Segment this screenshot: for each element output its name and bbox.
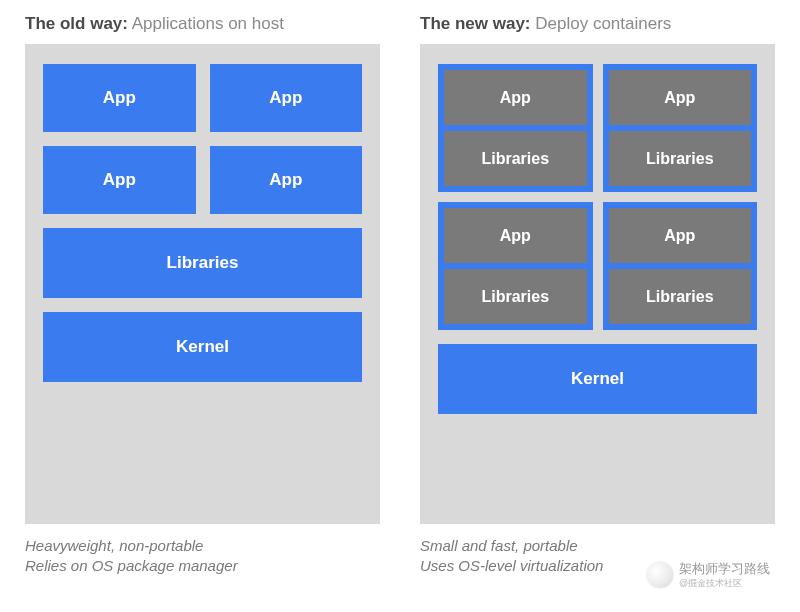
- new-way-footer: Small and fast, portable Uses OS-level v…: [420, 536, 775, 577]
- container-pod: App Libraries: [603, 64, 758, 192]
- pod-lib-box: Libraries: [609, 269, 752, 324]
- old-footer-line2: Relies on OS package manager: [25, 556, 380, 576]
- old-app-box: App: [210, 64, 363, 132]
- pod-section: App Libraries App Libraries App Librarie…: [438, 64, 757, 330]
- pod-app-box: App: [444, 208, 587, 263]
- old-way-title-bold: The old way:: [25, 14, 128, 33]
- new-kernel-box: Kernel: [438, 344, 757, 414]
- old-app-box: App: [210, 146, 363, 214]
- new-way-title: The new way: Deploy containers: [420, 14, 775, 34]
- pod-lib-box: Libraries: [609, 131, 752, 186]
- container-pod: App Libraries: [438, 202, 593, 330]
- pod-row-1: App Libraries App Libraries: [438, 64, 757, 192]
- old-footer-line1: Heavyweight, non-portable: [25, 536, 380, 556]
- old-app-row-2: App App: [43, 146, 362, 214]
- new-way-title-bold: The new way:: [420, 14, 531, 33]
- pod-lib-box: Libraries: [444, 269, 587, 324]
- pod-app-box: App: [609, 208, 752, 263]
- pod-lib-box: Libraries: [444, 131, 587, 186]
- old-way-panel: App App App App Libraries Kernel: [25, 44, 380, 524]
- old-way-title-rest: Applications on host: [128, 14, 284, 33]
- new-way-panel: App Libraries App Libraries App Librarie…: [420, 44, 775, 524]
- old-app-box: App: [43, 64, 196, 132]
- old-app-box: App: [43, 146, 196, 214]
- old-kernel-box: Kernel: [43, 312, 362, 382]
- new-footer-line1: Small and fast, portable: [420, 536, 775, 556]
- pod-app-box: App: [444, 70, 587, 125]
- old-way-footer: Heavyweight, non-portable Relies on OS p…: [25, 536, 380, 577]
- pod-row-2: App Libraries App Libraries: [438, 202, 757, 330]
- new-way-title-rest: Deploy containers: [531, 14, 672, 33]
- old-way-column: The old way: Applications on host App Ap…: [25, 14, 380, 577]
- diagram-container: The old way: Applications on host App Ap…: [0, 0, 800, 577]
- container-pod: App Libraries: [603, 202, 758, 330]
- old-app-row-1: App App: [43, 64, 362, 132]
- new-way-column: The new way: Deploy containers App Libra…: [420, 14, 775, 577]
- old-libraries-box: Libraries: [43, 228, 362, 298]
- container-pod: App Libraries: [438, 64, 593, 192]
- new-footer-line2: Uses OS-level virtualization: [420, 556, 775, 576]
- pod-app-box: App: [609, 70, 752, 125]
- watermark-sub: @掘金技术社区: [679, 577, 770, 590]
- old-way-title: The old way: Applications on host: [25, 14, 380, 34]
